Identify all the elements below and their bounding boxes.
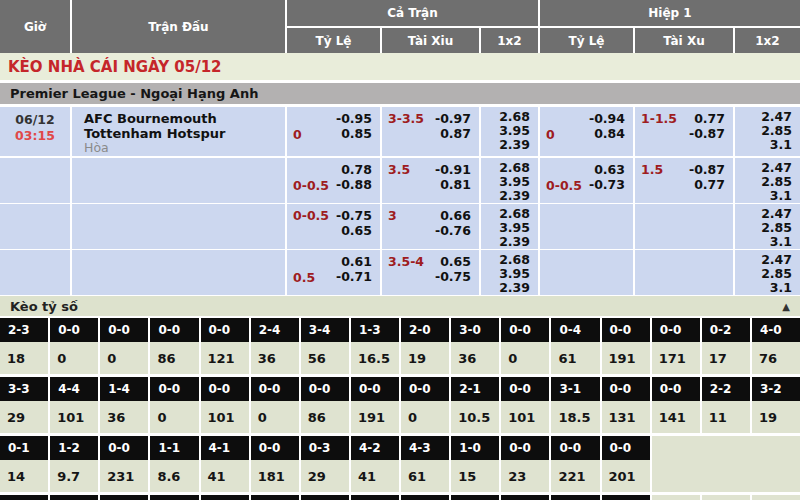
ft-overunder-cell[interactable]: 3-3.5-0.970.87 bbox=[382, 107, 479, 156]
odds-value[interactable]: 3.95 bbox=[499, 175, 530, 189]
h1-overunder-cell[interactable]: 1-1.50.77-0.87 bbox=[635, 107, 733, 156]
score-odds-cell[interactable]: 10.5 bbox=[451, 401, 499, 433]
score-odds-cell[interactable]: 41 bbox=[201, 460, 249, 492]
score-cell[interactable]: 0-0 bbox=[251, 436, 299, 460]
ft-1x2-cell[interactable]: 2.683.952.39 bbox=[481, 204, 538, 249]
h1-overunder-cell[interactable]: 1.5-0.870.77 bbox=[635, 158, 733, 203]
score-cell[interactable]: 0-0 bbox=[501, 318, 549, 342]
score-odds-cell[interactable]: 231 bbox=[100, 460, 148, 492]
odds-value-bottom[interactable]: 0.85 bbox=[341, 126, 372, 141]
score-odds-cell[interactable]: 101 bbox=[201, 401, 249, 433]
score-cell[interactable]: 1-4 bbox=[100, 377, 148, 401]
score-odds-cell[interactable]: 0 bbox=[150, 401, 198, 433]
score-cell[interactable]: 0-1 bbox=[0, 436, 48, 460]
score-cell[interactable]: 0-0 bbox=[150, 377, 198, 401]
odds-value[interactable]: 3.1 bbox=[770, 138, 792, 152]
score-cell[interactable]: 0-0 bbox=[201, 318, 249, 342]
h1-handicap-cell[interactable]: 0-0.50.63-0.73 bbox=[540, 158, 633, 203]
odds-value[interactable]: 3.1 bbox=[770, 235, 792, 249]
odds-value-top[interactable]: 0.63 bbox=[594, 162, 625, 177]
home-team-name[interactable]: AFC Bournemouth bbox=[84, 111, 285, 126]
score-odds-cell[interactable]: 0 bbox=[501, 342, 549, 374]
score-odds-cell[interactable]: 0 bbox=[100, 342, 148, 374]
odds-value[interactable]: 2.85 bbox=[761, 175, 792, 189]
odds-value[interactable]: 2.85 bbox=[761, 267, 792, 281]
score-cell[interactable]: 0-0 bbox=[602, 318, 650, 342]
score-cell[interactable]: 1-3 bbox=[351, 318, 399, 342]
score-cell[interactable]: 0-0 bbox=[100, 436, 148, 460]
score-odds-cell[interactable]: 0 bbox=[50, 342, 98, 374]
score-odds-cell[interactable]: 0 bbox=[251, 401, 299, 433]
odds-value[interactable]: 3.1 bbox=[770, 189, 792, 203]
score-cell[interactable]: 2-2 bbox=[702, 377, 750, 401]
odds-value-top[interactable]: 0.65 bbox=[440, 254, 471, 269]
score-cell[interactable]: 3-1 bbox=[551, 377, 599, 401]
score-odds-cell[interactable]: 181 bbox=[251, 460, 299, 492]
odds-value[interactable]: 2.68 bbox=[499, 161, 530, 175]
ft-1x2-cell[interactable]: 2.683.952.39 bbox=[481, 158, 538, 203]
score-cell[interactable]: 0-4 bbox=[551, 318, 599, 342]
score-cell[interactable]: 3-0 bbox=[451, 318, 499, 342]
ft-1x2-cell[interactable]: 2.683.952.39 bbox=[481, 250, 538, 295]
odds-value[interactable]: 3.95 bbox=[499, 221, 530, 235]
score-cell[interactable]: 0-0 bbox=[100, 318, 148, 342]
h1-1x2-cell[interactable]: 2.472.853.1 bbox=[735, 250, 800, 295]
score-odds-cell[interactable]: 221 bbox=[551, 460, 599, 492]
score-odds-cell[interactable]: 29 bbox=[301, 460, 349, 492]
ft-1x2-cell[interactable]: 2.683.952.39 bbox=[481, 107, 538, 156]
score-cell[interactable]: 4-2 bbox=[351, 436, 399, 460]
odds-value-top[interactable]: -0.87 bbox=[689, 162, 725, 177]
score-cell[interactable]: 2-0 bbox=[401, 318, 449, 342]
score-cell[interactable]: 0-0 bbox=[201, 377, 249, 401]
score-odds-cell[interactable]: 18 bbox=[0, 342, 48, 374]
odds-value-top[interactable]: 0.61 bbox=[341, 254, 372, 269]
score-cell[interactable]: 0-0 bbox=[401, 377, 449, 401]
score-cell[interactable]: 0-0 bbox=[602, 377, 650, 401]
ft-handicap-cell[interactable]: 0.50.61-0.71 bbox=[287, 250, 380, 295]
score-odds-cell[interactable]: 19 bbox=[752, 401, 800, 433]
odds-value-bottom[interactable]: -0.71 bbox=[336, 269, 372, 284]
odds-value-bottom[interactable]: -0.76 bbox=[435, 223, 471, 238]
collapse-arrow-icon[interactable]: ▲ bbox=[782, 301, 790, 312]
score-odds-cell[interactable]: 76 bbox=[752, 342, 800, 374]
score-odds-cell[interactable]: 201 bbox=[602, 460, 650, 492]
score-odds-cell[interactable]: 36 bbox=[451, 342, 499, 374]
score-odds-cell[interactable]: 15 bbox=[451, 460, 499, 492]
odds-value-top[interactable]: -0.91 bbox=[435, 162, 471, 177]
odds-value-top[interactable]: -0.95 bbox=[336, 111, 372, 126]
odds-value-top[interactable]: 0.78 bbox=[341, 162, 372, 177]
score-cell[interactable]: 2-3 bbox=[0, 318, 48, 342]
odds-value-top[interactable]: -0.97 bbox=[435, 111, 471, 126]
score-cell[interactable]: 0-0 bbox=[301, 377, 349, 401]
odds-value[interactable]: 2.39 bbox=[499, 235, 530, 249]
odds-value-top[interactable]: -0.94 bbox=[589, 111, 625, 126]
score-cell[interactable]: 1-0 bbox=[451, 436, 499, 460]
score-odds-cell[interactable]: 36 bbox=[251, 342, 299, 374]
score-cell[interactable]: 4-4 bbox=[50, 377, 98, 401]
score-cell[interactable]: 0-3 bbox=[301, 436, 349, 460]
score-odds-cell[interactable]: 171 bbox=[652, 342, 700, 374]
odds-value-bottom[interactable]: -0.87 bbox=[689, 126, 725, 141]
odds-value[interactable]: 2.68 bbox=[499, 110, 530, 124]
score-odds-cell[interactable]: 101 bbox=[50, 401, 98, 433]
score-cell[interactable]: 0-0 bbox=[50, 318, 98, 342]
score-cell[interactable]: 0-0 bbox=[351, 377, 399, 401]
score-cell[interactable]: 0-0 bbox=[501, 436, 549, 460]
score-odds-cell[interactable]: 18.5 bbox=[551, 401, 599, 433]
score-odds-cell[interactable]: 19 bbox=[401, 342, 449, 374]
odds-value-bottom[interactable]: 0.84 bbox=[594, 126, 625, 141]
score-cell[interactable]: 0-0 bbox=[652, 377, 700, 401]
score-odds-cell[interactable]: 86 bbox=[150, 342, 198, 374]
h1-1x2-cell[interactable]: 2.472.853.1 bbox=[735, 107, 800, 156]
score-odds-cell[interactable]: 36 bbox=[100, 401, 148, 433]
match-teams-cell[interactable]: AFC BournemouthTottenham HotspurHòa bbox=[72, 107, 285, 156]
score-odds-cell[interactable]: 56 bbox=[301, 342, 349, 374]
odds-value[interactable]: 2.47 bbox=[761, 110, 792, 124]
score-odds-cell[interactable]: 23 bbox=[501, 460, 549, 492]
score-cell[interactable]: 0-0 bbox=[602, 436, 650, 460]
score-odds-cell[interactable]: 101 bbox=[501, 401, 549, 433]
score-cell[interactable]: 2-4 bbox=[251, 318, 299, 342]
odds-value[interactable]: 3.1 bbox=[770, 281, 792, 295]
odds-value[interactable]: 2.47 bbox=[761, 207, 792, 221]
h1-handicap-cell[interactable]: 0-0.940.84 bbox=[540, 107, 633, 156]
